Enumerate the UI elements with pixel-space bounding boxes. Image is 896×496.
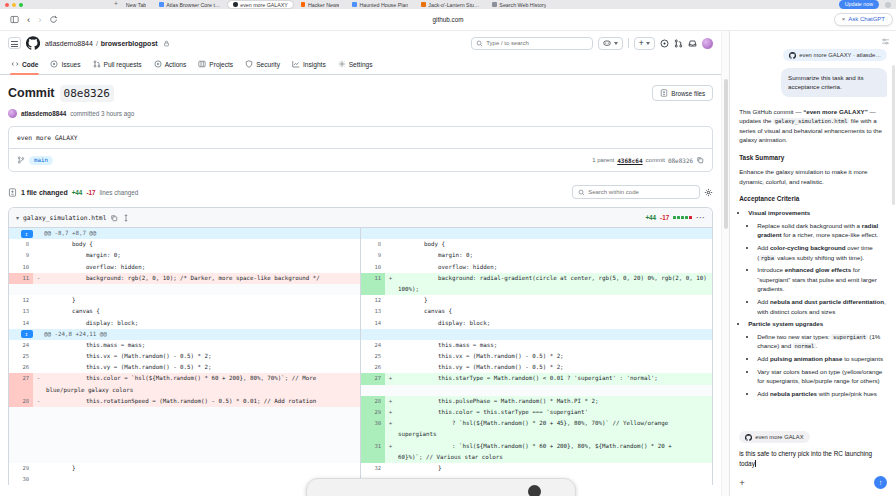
expand-hunk-button[interactable]: ↕ bbox=[21, 230, 33, 238]
line-number[interactable]: 13 bbox=[361, 306, 385, 317]
file-name[interactable]: galaxy_simulation.html bbox=[23, 214, 106, 221]
context-link-chip[interactable]: even more GALAXY · atlasde… bbox=[783, 49, 887, 61]
github-logo-icon[interactable] bbox=[26, 36, 40, 50]
line-number[interactable] bbox=[361, 284, 385, 295]
sidebar-toggle-icon[interactable] bbox=[10, 15, 19, 24]
copy-sha-icon[interactable] bbox=[696, 156, 704, 164]
line-number[interactable]: 10 bbox=[9, 262, 33, 273]
line-number[interactable]: 26 bbox=[361, 362, 385, 373]
diff-settings-icon[interactable] bbox=[704, 188, 713, 197]
line-number[interactable]: 29 bbox=[361, 407, 385, 418]
line-number[interactable]: 28 bbox=[9, 396, 33, 407]
tab-haunted-house-plan[interactable]: Haunted House Plan bbox=[347, 1, 413, 8]
back-button[interactable]: ‹ bbox=[27, 15, 30, 25]
browser-profile-avatar[interactable] bbox=[885, 2, 891, 8]
parent-sha-link[interactable]: 4368c64 bbox=[617, 157, 642, 164]
line-number[interactable]: 14 bbox=[361, 318, 385, 329]
line-number[interactable]: 11 bbox=[361, 273, 385, 284]
line-number[interactable]: 24 bbox=[361, 340, 385, 351]
line-number[interactable]: 11 bbox=[9, 273, 33, 284]
line-number[interactable] bbox=[361, 429, 385, 440]
pull-requests-icon[interactable] bbox=[674, 39, 683, 48]
line-number[interactable]: 27 bbox=[9, 373, 33, 384]
tab-atlas-browser-core-t[interactable]: Atlas Browser Core t… bbox=[154, 1, 225, 8]
line-number[interactable]: 28 bbox=[361, 396, 385, 407]
line-number[interactable]: 13 bbox=[9, 306, 33, 317]
line-number[interactable]: 26 bbox=[9, 362, 33, 373]
line-number[interactable] bbox=[9, 385, 33, 396]
page-scrollbar[interactable] bbox=[721, 31, 729, 496]
address-bar[interactable]: github.com bbox=[300, 16, 596, 23]
dock-button[interactable] bbox=[528, 485, 541, 496]
code-search-input[interactable] bbox=[588, 189, 694, 195]
line-number[interactable]: 29 bbox=[9, 463, 33, 474]
line-number[interactable]: 30 bbox=[361, 418, 385, 429]
author-avatar[interactable] bbox=[8, 109, 17, 118]
close-icon[interactable]: × bbox=[842, 16, 846, 22]
line-number[interactable]: 14 bbox=[9, 318, 33, 329]
collapse-file-icon[interactable]: ▾ bbox=[16, 214, 19, 221]
line-number[interactable]: 25 bbox=[361, 351, 385, 362]
expand-hunk-button[interactable]: ↕ bbox=[21, 330, 33, 338]
repo-tab-insights[interactable]: Insights bbox=[287, 54, 331, 74]
create-new-button[interactable]: + bbox=[634, 37, 655, 50]
panel-controls-icon[interactable] bbox=[881, 37, 890, 46]
minimize-window-button[interactable] bbox=[12, 3, 16, 7]
repo-tab-actions[interactable]: Actions bbox=[149, 54, 192, 74]
line-number[interactable]: 27 bbox=[361, 373, 385, 384]
line-number[interactable] bbox=[9, 429, 33, 440]
line-number[interactable] bbox=[9, 407, 33, 418]
line-number[interactable] bbox=[9, 418, 33, 429]
line-number[interactable]: 12 bbox=[361, 295, 385, 306]
tab-search-web-history[interactable]: Search Web History bbox=[487, 1, 551, 8]
send-button[interactable]: ↑ bbox=[874, 476, 887, 489]
reload-icon[interactable] bbox=[49, 15, 58, 24]
line-number[interactable]: 10 bbox=[361, 262, 385, 273]
branch-badge[interactable]: main bbox=[29, 156, 53, 165]
repo-tab-settings[interactable]: Settings bbox=[333, 54, 378, 74]
new-tab-button[interactable]: + bbox=[114, 1, 118, 8]
line-number[interactable]: 12 bbox=[9, 295, 33, 306]
repo-tab-pull-requests[interactable]: Pull requests bbox=[88, 54, 147, 74]
global-search-input[interactable] bbox=[486, 40, 588, 46]
tab-hacker-news[interactable]: Hacker News bbox=[296, 1, 345, 8]
ask-chatgpt-button[interactable]: × Ask ChatGPT bbox=[834, 13, 893, 26]
repo-tab-security[interactable]: Security bbox=[240, 54, 285, 74]
line-number[interactable]: 8 bbox=[9, 239, 33, 250]
commit-author[interactable]: atlasdemo8844 bbox=[21, 110, 66, 117]
file-options-button[interactable]: ··· bbox=[696, 213, 705, 222]
repo-tab-code[interactable]: Code bbox=[6, 54, 43, 74]
line-number[interactable]: 31 bbox=[361, 441, 385, 452]
expand-diff-icon[interactable] bbox=[122, 214, 130, 222]
issues-icon[interactable] bbox=[660, 39, 669, 48]
tab-new-tab[interactable]: New Tab bbox=[121, 1, 152, 8]
scrollbar-thumb[interactable] bbox=[724, 79, 728, 229]
code-search[interactable] bbox=[572, 185, 700, 199]
line-number[interactable]: 25 bbox=[9, 351, 33, 362]
user-avatar[interactable] bbox=[702, 38, 713, 49]
repo-tab-projects[interactable]: Projects bbox=[193, 54, 238, 74]
line-number[interactable]: 24 bbox=[9, 340, 33, 351]
repo-tab-issues[interactable]: Issues bbox=[45, 54, 85, 74]
panel-scrollbar[interactable] bbox=[892, 65, 895, 205]
attach-button[interactable]: + bbox=[739, 478, 745, 488]
tab-even-more-galaxy[interactable]: even more GALAXY bbox=[228, 1, 293, 8]
line-number[interactable] bbox=[9, 452, 33, 463]
line-number[interactable]: 9 bbox=[361, 250, 385, 261]
line-number[interactable]: 32 bbox=[361, 463, 385, 474]
tab-jack-o-lantern-stu[interactable]: Jack-o'-Lantern Stu… bbox=[416, 1, 484, 8]
line-number[interactable]: 9 bbox=[9, 250, 33, 261]
breadcrumb-repo[interactable]: browserblogpost bbox=[101, 40, 158, 47]
inbox-icon[interactable] bbox=[688, 39, 697, 48]
close-window-button[interactable] bbox=[5, 3, 9, 7]
line-number[interactable] bbox=[361, 385, 385, 396]
breadcrumb-owner[interactable]: atlasdemo8844 bbox=[45, 40, 93, 47]
update-button[interactable]: Update now bbox=[839, 0, 879, 8]
composer-context-chip[interactable]: even more GALAX bbox=[739, 431, 809, 443]
copilot-button[interactable] bbox=[598, 37, 623, 50]
line-number[interactable] bbox=[361, 452, 385, 463]
line-number[interactable] bbox=[9, 284, 33, 295]
line-number[interactable]: 30 bbox=[9, 474, 33, 485]
copy-path-icon[interactable] bbox=[110, 214, 118, 222]
forward-button[interactable]: › bbox=[38, 15, 41, 25]
